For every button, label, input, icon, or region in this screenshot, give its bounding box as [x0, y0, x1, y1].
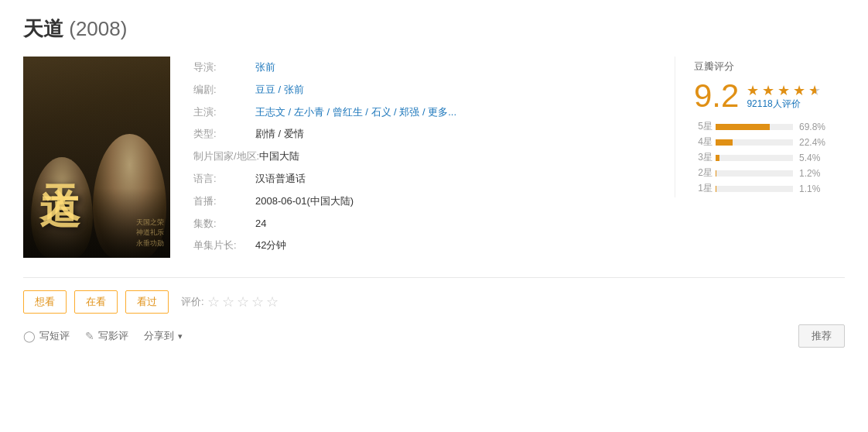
cast-label: 主演:: [193, 105, 255, 121]
director-label: 导演:: [193, 60, 255, 76]
premiere-label: 首播:: [193, 194, 255, 210]
star-3: ★: [777, 82, 791, 96]
bar-label-1: 1星: [694, 182, 713, 195]
genre-label: 类型:: [193, 126, 255, 142]
page-title: 天道 (2008): [23, 15, 845, 43]
bar-row-5star: 5星 69.8%: [694, 120, 845, 133]
star-2: ★: [762, 82, 776, 96]
rating-count[interactable]: 92118人评价: [747, 98, 822, 111]
rate-star-1[interactable]: ☆: [207, 293, 220, 310]
bar-fill-2: [716, 170, 716, 177]
bar-pct-4: 22.4%: [799, 137, 825, 148]
main-content: 天道 天国之荣神道礼乐永垂功勋 导演: 张前 编剧: 豆豆 / 张前 主演:: [23, 57, 845, 260]
bar-track-5: [716, 124, 793, 130]
rate-star-2[interactable]: ☆: [222, 293, 234, 310]
rating-section: 豆瓣评分 9.2 ★ ★ ★ ★ ★ 92118人评价 5星: [675, 57, 845, 197]
star-5: ★: [808, 82, 822, 96]
bar-pct-1: 1.1%: [799, 183, 820, 194]
country-value: 中国大陆: [259, 149, 299, 165]
rating-prompt: 评价: ☆ ☆ ☆ ☆ ☆: [181, 293, 279, 310]
write-short-review-label: 写短评: [39, 329, 70, 343]
bar-label-5: 5星: [694, 120, 713, 133]
bar-pct-3: 5.4%: [799, 153, 820, 163]
share-label: 分享到: [144, 329, 174, 343]
star-1: ★: [747, 82, 760, 96]
rate-star-3[interactable]: ☆: [237, 293, 249, 310]
bar-fill-3: [716, 155, 719, 161]
rating-main: 9.2 ★ ★ ★ ★ ★ 92118人评价: [694, 80, 845, 112]
recommend-button[interactable]: 推荐: [798, 324, 845, 348]
cast-value: 王志文 / 左小青 / 曾红生 / 石义 / 郑强 / 更多...: [255, 105, 456, 121]
watching-button[interactable]: 在看: [74, 290, 118, 314]
share-link[interactable]: 分享到 ▾: [144, 329, 183, 343]
title-year: (2008): [69, 17, 127, 40]
bar-fill-1: [716, 186, 716, 192]
info-duration: 单集片长: 42分钟: [193, 238, 651, 254]
rate-star-4[interactable]: ☆: [251, 293, 264, 310]
bar-fill-5: [716, 124, 770, 130]
action-bar: 想看 在看 看过 评价: ☆ ☆ ☆ ☆ ☆: [23, 290, 845, 314]
stars-row: ★ ★ ★ ★ ★: [747, 82, 822, 96]
bar-row-3star: 3星 5.4%: [694, 151, 845, 164]
language-value: 汉语普通话: [255, 171, 306, 187]
info-premiere: 首播: 2008-06-01(中国大陆): [193, 194, 651, 210]
stars-container: ★ ★ ★ ★ ★ 92118人评价: [747, 82, 822, 111]
poster-subtitle: 天国之荣神道礼乐永垂功勋: [136, 218, 164, 249]
write-short-review-link[interactable]: ◯ 写短评: [23, 329, 70, 343]
info-cast: 主演: 王志文 / 左小青 / 曾红生 / 石义 / 郑强 / 更多...: [193, 105, 651, 121]
premiere-value: 2008-06-01(中国大陆): [255, 194, 354, 210]
country-label: 制片国家/地区:: [193, 149, 259, 165]
info-director: 导演: 张前: [193, 60, 651, 76]
rate-label: 评价:: [181, 295, 204, 309]
director-link[interactable]: 张前: [255, 61, 275, 73]
episodes-label: 集数:: [193, 216, 255, 232]
page-container: 天道 (2008) 天道 天国之荣神道礼乐永垂功勋 导演: 张前: [0, 0, 868, 432]
write-review-label: 写影评: [98, 329, 128, 343]
comment-bar: ◯ 写短评 ✎ 写影评 分享到 ▾ 推荐: [23, 324, 845, 348]
screenwriter-value: 豆豆 / 张前: [255, 82, 304, 98]
info-country: 制片国家/地区: 中国大陆: [193, 149, 651, 165]
bar-row-2star: 2星 1.2%: [694, 166, 845, 180]
director-value: 张前: [255, 60, 275, 76]
rate-star-5[interactable]: ☆: [266, 293, 279, 310]
bar-pct-5: 69.8%: [799, 122, 825, 132]
want-to-watch-button[interactable]: 想看: [23, 290, 67, 314]
title-text: 天道: [23, 17, 63, 40]
episodes-value: 24: [255, 216, 266, 232]
bar-track-3: [716, 155, 793, 161]
cast-link[interactable]: 王志文 / 左小青 / 曾红生 / 石义 / 郑强 / 更多...: [255, 106, 456, 118]
rating-score: 9.2: [694, 80, 739, 112]
info-episodes: 集数: 24: [193, 216, 651, 232]
watched-button[interactable]: 看过: [125, 290, 169, 314]
star-4: ★: [793, 82, 807, 96]
bar-label-4: 4星: [694, 135, 713, 149]
bar-fill-4: [716, 139, 733, 146]
screenwriter-link[interactable]: 豆豆 / 张前: [255, 84, 304, 95]
info-section: 导演: 张前 编剧: 豆豆 / 张前 主演: 王志文 / 左小青 / 曾红生 /…: [193, 57, 651, 260]
info-language: 语言: 汉语普通话: [193, 171, 651, 187]
screenwriter-label: 编剧:: [193, 82, 255, 98]
info-genre: 类型: 剧情 / 爱情: [193, 126, 651, 142]
bar-label-2: 2星: [694, 166, 713, 180]
pencil-icon: ✎: [85, 330, 94, 342]
language-label: 语言:: [193, 171, 255, 187]
bar-track-2: [716, 170, 793, 177]
duration-value: 42分钟: [255, 238, 286, 254]
bar-pct-2: 1.2%: [799, 168, 820, 179]
write-review-link[interactable]: ✎ 写影评: [85, 329, 128, 343]
share-chevron-icon: ▾: [178, 331, 183, 341]
info-screenwriter: 编剧: 豆豆 / 张前: [193, 82, 651, 98]
movie-poster: 天道 天国之荣神道礼乐永垂功勋: [23, 57, 170, 258]
bar-track-4: [716, 139, 793, 146]
rating-bars: 5星 69.8% 4星 22.4% 3星: [694, 120, 845, 195]
rating-label: 豆瓣评分: [694, 60, 845, 74]
duration-label: 单集片长:: [193, 238, 255, 254]
bar-track-1: [716, 186, 793, 192]
action-divider: [23, 277, 845, 278]
bar-row-4star: 4星 22.4%: [694, 135, 845, 149]
poster-title-cn: 天道: [32, 152, 87, 161]
bar-label-3: 3星: [694, 151, 713, 164]
genre-value: 剧情 / 爱情: [255, 126, 304, 142]
rating-stars-input[interactable]: ☆ ☆ ☆ ☆ ☆: [207, 293, 279, 310]
comment-bubble-icon: ◯: [23, 330, 36, 342]
